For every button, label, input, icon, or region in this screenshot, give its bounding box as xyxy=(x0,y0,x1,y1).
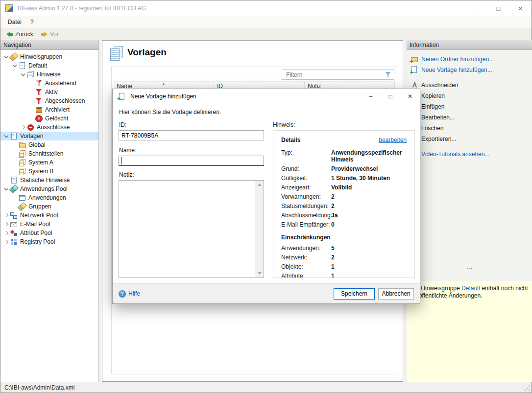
dialog-description: Hier können Sie die Vorlage definieren. xyxy=(119,109,221,116)
tree-chevron-icon[interactable] xyxy=(19,124,27,131)
dialog-close-button[interactable]: ✕ xyxy=(400,89,420,104)
action-exportieren[interactable]: Exportieren... xyxy=(410,134,532,144)
tree-item-vorlagen[interactable]: Vorlagen xyxy=(0,132,98,140)
zurueck-button[interactable]: Zurück xyxy=(2,30,37,39)
detail-label: Anzeigeart: xyxy=(281,184,331,191)
action-neuen-ordner-hinzufügen[interactable]: Neuen Ordner hinzufügen... xyxy=(410,54,532,65)
tree-item-registry-pool[interactable]: Registry Pool xyxy=(0,237,98,246)
filter-input[interactable] xyxy=(282,71,382,78)
ausstehend-icon xyxy=(35,80,43,87)
cut-icon xyxy=(411,81,418,89)
action-kopieren[interactable]: Kopieren xyxy=(410,91,532,101)
tree-item-archiviert[interactable]: Archiviert xyxy=(0,105,98,114)
tree-item-anwendungen[interactable]: Anwendungen xyxy=(0,193,98,202)
id-input[interactable] xyxy=(119,130,264,140)
information-panel: Die Hinweisgruppe Default enthält noch n… xyxy=(407,281,532,382)
detail-label: Gültigkeit: xyxy=(281,175,331,182)
tree-item-netzwerk-pool[interactable]: Netzwerk Pool xyxy=(0,211,98,220)
app-icon[interactable] xyxy=(5,4,13,12)
tree-item-ausschlüsse[interactable]: Ausschlüsse xyxy=(0,123,98,132)
vor-button[interactable]: Vor xyxy=(37,30,63,39)
tree-chevron-icon[interactable] xyxy=(2,185,10,192)
detail-value: 0 xyxy=(331,221,407,228)
minimize-button[interactable]: – xyxy=(465,0,487,16)
menu-datei[interactable]: Datei xyxy=(3,17,26,27)
tree-item-abgeschlossen[interactable]: Abgeschlossen xyxy=(0,96,98,105)
action-label: Ausschneiden xyxy=(421,82,458,89)
detail-row: E-Mail Empfänger:0 xyxy=(281,221,407,228)
tree-item-anwendungs-pool[interactable]: Anwendungs Pool xyxy=(0,185,98,193)
maximize-button[interactable]: □ xyxy=(487,0,509,16)
detail-value: 1 Stunde, 30 Minuten xyxy=(331,175,407,182)
hilfe-link[interactable]: ? Hilfe xyxy=(119,290,140,298)
resize-grip[interactable] xyxy=(524,385,530,391)
bearbeiten-link[interactable]: bearbeiten xyxy=(379,137,407,143)
filter-funnel-icon[interactable] xyxy=(385,72,391,78)
menu-help[interactable]: ? xyxy=(26,17,38,27)
default-link[interactable]: Default xyxy=(461,285,480,292)
details-rows: Typ:Anwendungsspezifischer HinweisGrund:… xyxy=(281,149,407,228)
action-label: Exportieren... xyxy=(421,136,456,142)
action-label: Neue Vorlage hinzufügen... xyxy=(421,67,492,73)
tree-item-statische-hinweise[interactable]: Statische Hinweise xyxy=(0,176,98,185)
detail-label: Abschlussmeldung: xyxy=(281,212,331,219)
dialog-title-bar[interactable]: Neue Vorlage hinzufügen – □ ✕ xyxy=(113,89,420,104)
tree-item-ausstehend[interactable]: Ausstehend xyxy=(0,79,98,88)
tree-chevron-icon[interactable] xyxy=(19,71,27,78)
close-button[interactable]: ✕ xyxy=(509,0,532,16)
tree-item-gelöscht[interactable]: Gelöscht xyxy=(0,114,98,123)
tree-chevron-icon[interactable] xyxy=(2,212,10,219)
detail-row: Typ:Anwendungsspezifischer Hinweis xyxy=(281,149,407,163)
action-löschen[interactable]: Löschen xyxy=(410,123,532,134)
tree-chevron-icon[interactable] xyxy=(2,238,10,245)
dialog-minimize-button[interactable]: – xyxy=(361,89,381,104)
action-ausschneiden[interactable]: Ausschneiden xyxy=(410,80,532,91)
tree-item-label: E-Mail Pool xyxy=(20,221,50,228)
tree-item-attribut-pool[interactable]: Attribut Pool xyxy=(0,229,98,237)
action-video-tutorials-ansehen[interactable]: Video-Tutorials ansehen... xyxy=(410,149,532,160)
scrollbar-up-icon[interactable] xyxy=(258,184,262,186)
tree-chevron-icon[interactable] xyxy=(11,62,19,69)
tree-chevron-icon[interactable] xyxy=(2,133,10,139)
tree-chevron-icon[interactable] xyxy=(2,230,10,236)
title-bar[interactable]: IBI-aws Admin 1.27.0 - registriert für I… xyxy=(0,0,532,16)
action-neue-vorlage-hinzufügen[interactable]: Neue Vorlage hinzufügen... xyxy=(410,65,532,75)
action-label: Bearbeiten... xyxy=(421,114,455,121)
tree-item-system-b[interactable]: System B xyxy=(0,167,98,176)
detail-value: 1 xyxy=(331,263,407,270)
folder-plus-icon xyxy=(411,55,418,63)
tree-item-system-a[interactable]: System A xyxy=(0,158,98,167)
speichern-button[interactable]: Speichern xyxy=(334,288,375,300)
tree-item-hinweise[interactable]: Hinweise xyxy=(0,70,98,79)
tree-item-default[interactable]: Default xyxy=(0,61,98,70)
abbrechen-button[interactable]: Abbrechen xyxy=(378,288,414,300)
tree-item-aktiv[interactable]: Aktiv xyxy=(0,88,98,96)
notiz-scrollbar[interactable] xyxy=(255,181,264,277)
tree-item-gruppen[interactable]: Gruppen xyxy=(0,202,98,211)
action-einfügen[interactable]: Einfügen xyxy=(410,101,532,112)
detail-label: Attribute: xyxy=(281,273,331,278)
tree-indent-spacer xyxy=(2,177,10,184)
tree-chevron-icon[interactable] xyxy=(2,221,10,228)
tree-chevron-icon[interactable] xyxy=(2,53,10,60)
detail-row: Vorwarnungen:2 xyxy=(281,193,407,200)
attributpool-icon xyxy=(10,230,18,236)
hinweis-label: Hinweis: xyxy=(273,121,295,128)
tree-item-label: Ausschlüsse xyxy=(37,124,70,131)
tree-item-label: Default xyxy=(28,62,47,69)
tree-item-global[interactable]: Global xyxy=(0,140,98,149)
dialog-neue-vorlage: Neue Vorlage hinzufügen – □ ✕ Hier könne… xyxy=(112,89,420,304)
tree-item-label: Anwendungs Pool xyxy=(20,185,68,192)
tree-item-schnittstellen[interactable]: Schnittstellen xyxy=(0,149,98,158)
name-label: Name: xyxy=(119,147,136,154)
dialog-maximize-button[interactable]: □ xyxy=(381,89,400,104)
tree-item-hinweisgruppen[interactable]: Hinweisgruppen xyxy=(0,52,98,61)
einschraenkungen-heading: Einschränkungen xyxy=(281,234,407,241)
name-input[interactable] xyxy=(119,156,264,166)
netzwerkpool-icon xyxy=(10,212,18,219)
action-bearbeiten[interactable]: Bearbeiten... xyxy=(410,112,532,123)
detail-value: 2 xyxy=(331,193,407,200)
tree-item-e-mail-pool[interactable]: E-Mail Pool xyxy=(0,220,98,229)
scrollbar-down-icon[interactable] xyxy=(258,272,262,275)
notiz-textarea[interactable] xyxy=(119,181,255,277)
